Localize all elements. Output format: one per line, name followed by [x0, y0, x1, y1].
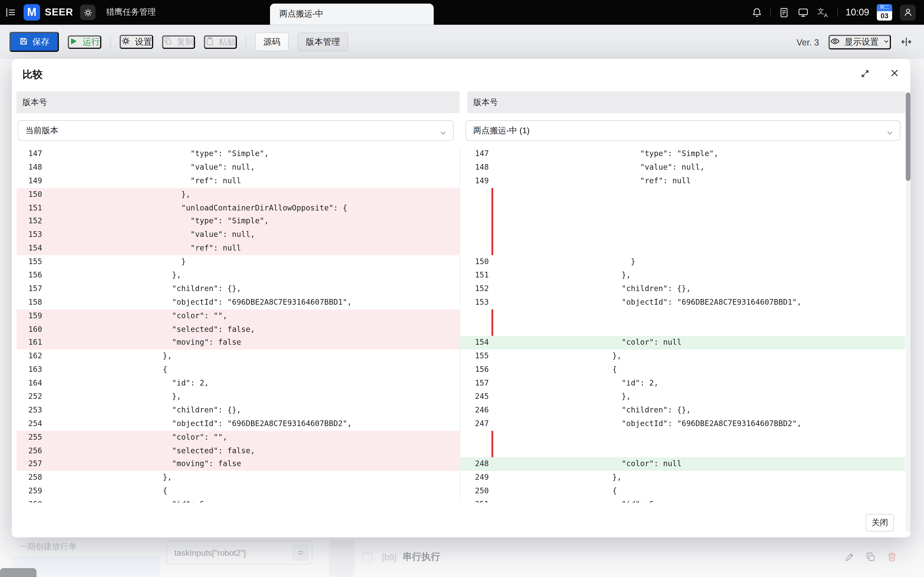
diff-row: 152 "children": {},	[460, 282, 905, 296]
version-select-left-value: 当前版本	[26, 125, 58, 136]
version-management-button[interactable]: 版本管理	[298, 32, 348, 51]
avatar[interactable]	[900, 4, 916, 20]
diff-row	[460, 201, 905, 215]
save-button[interactable]: 保存	[10, 32, 59, 52]
diff-row: 259 {	[16, 485, 460, 498]
workspace-gear-icon[interactable]	[80, 5, 96, 20]
diff-row: 256 "selected": false,	[16, 444, 460, 458]
diff-row: 162 },	[16, 350, 460, 363]
left-column-header: 版本号	[16, 91, 460, 113]
run-button[interactable]: 运行	[68, 35, 101, 49]
chevron-down-icon	[439, 129, 447, 138]
diff-row: 153 "objectId": "696DBE2A8C7E93164607BBD…	[460, 296, 905, 309]
diff-row: 159 "color": "",	[16, 309, 460, 323]
diff-row: 156 },	[16, 269, 460, 282]
app-name: SEER	[45, 6, 73, 18]
diff-row: 154 "color": null	[460, 336, 905, 350]
diff-row: 150 },	[16, 188, 460, 201]
tab-task[interactable]: 两点搬运-中	[270, 3, 434, 25]
diff-pane-left: 147 "type": "Simple",148 "value": null,1…	[16, 147, 460, 503]
topbar-divider	[837, 8, 838, 17]
close-icon[interactable]	[889, 67, 900, 79]
play-icon	[69, 36, 79, 47]
diff-row: 149 "ref": null	[16, 174, 460, 188]
paste-icon	[205, 36, 214, 47]
calendar-date[interactable]: 周二 03	[877, 4, 892, 21]
chevron-down-icon	[883, 37, 890, 47]
diff-row: 164 "id": 2,	[16, 377, 460, 390]
version-select-right-value: 两点搬运-中 (1)	[473, 125, 530, 136]
diff-row: 154 "ref": null	[16, 242, 460, 255]
diff-row: 160 "selected": false,	[16, 322, 460, 336]
diff-row	[460, 215, 905, 229]
diff-row: 153 "value": null,	[16, 228, 460, 242]
topbar-divider	[770, 8, 771, 17]
version-select-right[interactable]: 两点搬运-中 (1)	[465, 120, 900, 141]
diff-row: 158 "objectId": "696DBE2A8C7E93164607BBD…	[16, 296, 460, 309]
diff-row: 247 "objectId": "696DBE2A8C7E93164607BBD…	[460, 417, 905, 431]
diff-row	[460, 309, 905, 323]
paste-button[interactable]: 粘贴	[204, 35, 237, 49]
copy-button[interactable]: 复制	[162, 35, 195, 49]
clock-time: 10:09	[846, 7, 869, 18]
close-button[interactable]: 关闭	[866, 514, 894, 532]
save-icon	[19, 36, 28, 47]
compare-modal: 比较 版本号 版本号 当前版本 两点搬运-中 (1) 147	[12, 59, 910, 537]
diff-row: 248 "color": null	[460, 458, 905, 471]
svg-text:文: 文	[817, 7, 824, 15]
diff-row: 258 },	[16, 471, 460, 485]
diff-row: 150 }	[460, 255, 905, 269]
diff-row: 155 }	[16, 255, 460, 269]
diff-row: 155 },	[460, 350, 905, 363]
expand-icon[interactable]	[859, 68, 871, 80]
scrollbar-thumb[interactable]	[906, 92, 910, 181]
calendar-weekday: 周二	[877, 4, 892, 11]
diff-row: 254 "objectId": "696DBE2A8C7E93164607BBD…	[16, 417, 460, 431]
diff-row: 152 "type": "Simple",	[16, 215, 460, 229]
tab-task-label: 两点搬运-中	[279, 9, 323, 19]
diff-row: 148 "value": null,	[16, 161, 460, 174]
diff-row: 246 "children": {},	[460, 404, 905, 417]
diff-row: 245 },	[460, 390, 905, 404]
diff-row: 250 {	[460, 485, 905, 498]
diff-row: 161 "moving": false	[16, 336, 460, 350]
diff-row: 149 "ref": null	[460, 174, 905, 188]
diff-row: 249 },	[460, 471, 905, 485]
modal-scrollbar[interactable]	[906, 91, 910, 532]
panel-toggle-icon[interactable]	[900, 36, 912, 48]
display-settings-button[interactable]: 显示设置	[829, 34, 891, 49]
bell-icon[interactable]	[751, 6, 763, 18]
report-icon[interactable]	[779, 6, 790, 18]
diff-row	[460, 431, 905, 444]
version-select-left[interactable]: 当前版本	[18, 120, 454, 141]
modal-title: 比较	[23, 68, 42, 81]
sidebar-toggle-icon[interactable]	[5, 6, 16, 18]
diff-row	[460, 228, 905, 242]
diff-row: 255 "color": "",	[16, 431, 460, 444]
copy-icon	[163, 36, 173, 47]
calendar-day: 03	[877, 11, 892, 21]
diff-row: 156 {	[460, 363, 905, 377]
source-code-button[interactable]: 源码	[255, 32, 289, 51]
monitor-icon[interactable]	[797, 6, 809, 18]
diff-row: 260 "id": 6,	[16, 498, 460, 503]
eye-icon	[830, 35, 840, 48]
diff-row: 257 "moving": false	[16, 458, 460, 471]
diff-row: 157 "children": {},	[16, 282, 460, 296]
diff-pane-right: 147 "type": "Simple",148 "value": null,1…	[460, 147, 905, 503]
diff-row: 251 "id": 6,	[460, 498, 905, 503]
diff-row: 147 "type": "Simple",	[460, 147, 905, 161]
diff-row: 151 },	[460, 269, 905, 282]
app-root: M SEER 猎鹰任务管理 两点搬运-中	[0, 0, 924, 577]
toolbar-divider	[246, 35, 246, 48]
toolbar: 保存 运行 设置 复制	[0, 25, 924, 59]
diff-row	[460, 188, 905, 201]
translate-icon[interactable]: 文 A	[817, 6, 830, 18]
diff-row	[460, 444, 905, 458]
diff-row	[460, 242, 905, 255]
settings-button[interactable]: 设置	[120, 35, 153, 49]
version-label: Ver. 3	[797, 37, 819, 47]
diff-row: 151 "unloadContainerDirAllowOpposite": {	[16, 201, 460, 215]
gear-icon	[121, 36, 131, 48]
diff-row: 148 "value": null,	[460, 161, 905, 174]
